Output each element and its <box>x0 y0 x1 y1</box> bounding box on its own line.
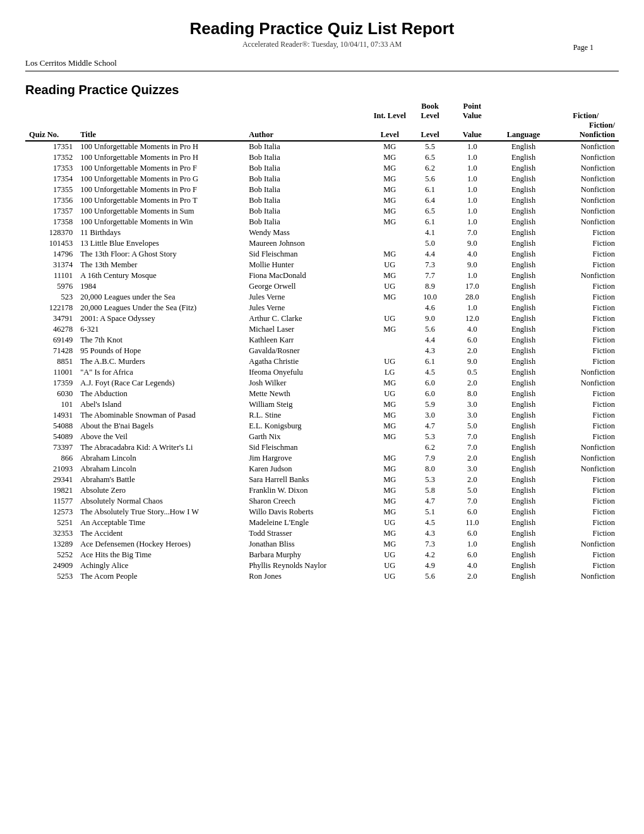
cell-quizno: 17357 <box>25 206 76 217</box>
cell-booklevel: 8.0 <box>410 464 450 474</box>
table-row: 24909 Achingly Alice Phyllis Reynolds Na… <box>25 560 619 571</box>
cell-author: Maureen Johnson <box>245 238 369 249</box>
cell-author: Garth Nix <box>245 432 369 442</box>
cell-fiction: Fiction <box>553 303 619 313</box>
col-header-quizno <box>25 101 76 121</box>
cell-fiction: Nonfiction <box>553 217 619 227</box>
cell-author: Barbara Murphy <box>245 550 369 560</box>
section-title: Reading Practice Quizzes <box>25 83 619 97</box>
table-row: 31374 The 13th Member Mollie Hunter UG 7… <box>25 260 619 270</box>
cell-language: English <box>494 367 553 378</box>
cell-title: The Abominable Snowman of Pasad <box>76 410 245 421</box>
cell-title: 11 Birthdays <box>76 227 245 238</box>
cell-title: Abel's Island <box>76 399 245 410</box>
col-header-title-empty <box>76 101 245 121</box>
cell-fiction: Fiction <box>553 389 619 399</box>
cell-quizno: 11001 <box>25 367 76 378</box>
cell-pointvalue: 6.0 <box>450 550 494 560</box>
cell-pointvalue: 2.0 <box>450 474 494 485</box>
cell-language: English <box>494 464 553 474</box>
report-subtitle: Accelerated Reader®: Tuesday, 10/04/11, … <box>25 40 619 49</box>
cell-quizno: 71428 <box>25 346 76 356</box>
cell-language: English <box>494 217 553 227</box>
table-row: 17359 A.J. Foyt (Race Car Legends) Josh … <box>25 378 619 389</box>
cell-booklevel: 4.5 <box>410 367 450 378</box>
cell-title: The 13th Member <box>76 260 245 270</box>
cell-booklevel: 6.2 <box>410 442 450 453</box>
cell-title: Achingly Alice <box>76 560 245 571</box>
table-row: 46278 6-321 Michael Laser MG 5.6 4.0 Eng… <box>25 324 619 335</box>
cell-quizno: 32353 <box>25 528 76 539</box>
cell-quizno: 17352 <box>25 152 76 163</box>
cell-author: E.L. Konigsburg <box>245 421 369 432</box>
cell-intlevel: MG <box>369 152 410 163</box>
table-row: 5253 The Acorn People Ron Jones UG 5.6 2… <box>25 571 619 582</box>
cell-intlevel: MG <box>369 378 410 389</box>
cell-fiction: Nonfiction <box>553 367 619 378</box>
cell-booklevel: 5.8 <box>410 485 450 496</box>
cell-title: 100 Unforgettable Moments in Pro F <box>76 184 245 195</box>
cell-pointvalue: 3.0 <box>450 399 494 410</box>
table-row: 122178 20,000 Leagues Under the Sea (Fit… <box>25 303 619 313</box>
cell-intlevel: MG <box>369 453 410 464</box>
cell-author: Arthur C. Clarke <box>245 313 369 324</box>
col-header-intlevel-top: Int. Level <box>369 101 410 121</box>
cell-intlevel: MG <box>369 496 410 507</box>
cell-fiction: Nonfiction <box>553 174 619 184</box>
cell-pointvalue: 9.0 <box>450 356 494 367</box>
cell-title: 20,000 Leagues Under the Sea (Fitz) <box>76 303 245 313</box>
cell-fiction: Fiction <box>553 496 619 507</box>
cell-booklevel: 8.9 <box>410 281 450 292</box>
cell-pointvalue: 7.0 <box>450 432 494 442</box>
cell-pointvalue: 2.0 <box>450 571 494 582</box>
cell-booklevel: 6.1 <box>410 217 450 227</box>
cell-pointvalue: 6.0 <box>450 335 494 346</box>
cell-booklevel: 6.0 <box>410 378 450 389</box>
cell-intlevel: MG <box>369 432 410 442</box>
cell-quizno: 101 <box>25 399 76 410</box>
cell-title: 100 Unforgettable Moments in Pro G <box>76 174 245 184</box>
table-row: 69149 The 7th Knot Kathleen Karr 4.4 6.0… <box>25 335 619 346</box>
cell-author: Michael Laser <box>245 324 369 335</box>
cell-author: Madeleine L'Engle <box>245 517 369 528</box>
cell-booklevel: 9.0 <box>410 313 450 324</box>
cell-booklevel: 4.5 <box>410 517 450 528</box>
cell-pointvalue: 4.0 <box>450 324 494 335</box>
table-row: 34791 2001: A Space Odyssey Arthur C. Cl… <box>25 313 619 324</box>
cell-title: The Accident <box>76 528 245 539</box>
cell-pointvalue: 3.0 <box>450 464 494 474</box>
cell-fiction: Fiction <box>553 560 619 571</box>
cell-intlevel <box>369 442 410 453</box>
cell-fiction: Nonfiction <box>553 195 619 206</box>
cell-quizno: 8851 <box>25 356 76 367</box>
cell-language: English <box>494 313 553 324</box>
cell-booklevel: 5.1 <box>410 507 450 517</box>
cell-pointvalue: 1.0 <box>450 217 494 227</box>
table-row: 6030 The Abduction Mette Newth UG 6.0 8.… <box>25 389 619 399</box>
cell-intlevel: MG <box>369 474 410 485</box>
cell-title: 100 Unforgettable Moments in Pro H <box>76 141 245 152</box>
cell-pointvalue: 9.0 <box>450 238 494 249</box>
col-header-author-label: Author <box>245 121 369 141</box>
cell-booklevel: 4.4 <box>410 335 450 346</box>
cell-language: English <box>494 560 553 571</box>
cell-pointvalue: 7.0 <box>450 496 494 507</box>
cell-pointvalue: 12.0 <box>450 313 494 324</box>
cell-intlevel: MG <box>369 174 410 184</box>
table-row: 12573 The Absolutely True Story...How I … <box>25 507 619 517</box>
cell-title: The 13th Floor: A Ghost Story <box>76 249 245 260</box>
col-header-intlevel-label: Level <box>369 121 410 141</box>
cell-pointvalue: 3.0 <box>450 410 494 421</box>
cell-author: William Steig <box>245 399 369 410</box>
cell-language: English <box>494 249 553 260</box>
cell-quizno: 5251 <box>25 517 76 528</box>
report-title: Reading Practice Quiz List Report <box>25 19 619 39</box>
cell-language: English <box>494 389 553 399</box>
cell-quizno: 12573 <box>25 507 76 517</box>
cell-intlevel: MG <box>369 163 410 174</box>
cell-title: 100 Unforgettable Moments in Pro H <box>76 152 245 163</box>
cell-language: English <box>494 206 553 217</box>
cell-quizno: 24909 <box>25 560 76 571</box>
cell-intlevel: UG <box>369 550 410 560</box>
cell-language: English <box>494 474 553 485</box>
